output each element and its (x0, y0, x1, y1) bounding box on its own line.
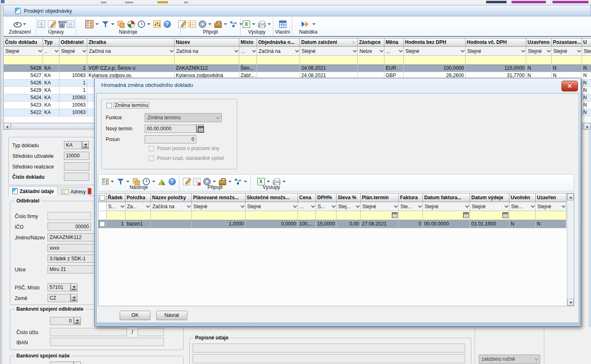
header-cell[interactable]: Položka (125, 193, 151, 202)
filter-dropdown[interactable]: S... (107, 202, 125, 211)
posun-pracovni-dny-checkbox[interactable] (149, 146, 154, 151)
dropdown-arrow-icon[interactable] (95, 23, 99, 25)
header-cell[interactable]: Odběratel (59, 39, 87, 47)
search-cell[interactable] (4, 56, 43, 65)
header-cell[interactable]: Název položky (151, 193, 192, 202)
filter-dropdown[interactable]: ... (298, 202, 316, 211)
dropdown-arrow-icon[interactable] (228, 181, 232, 182)
scroll-down-button[interactable] (567, 299, 574, 306)
cell[interactable]: 10063 (59, 102, 87, 109)
typ-dokladu-field[interactable]: KA (64, 141, 82, 149)
filter-dropdown[interactable]: Nelze (358, 47, 384, 56)
cell[interactable]: N (509, 220, 536, 228)
lookup-button[interactable] (74, 362, 81, 364)
header-cell[interactable]: Typ (43, 39, 59, 47)
search-cell[interactable] (361, 211, 399, 220)
posun-vzad-checkbox[interactable] (149, 156, 154, 161)
zeme-field[interactable]: CZ (48, 294, 70, 302)
search-cell[interactable] (151, 211, 192, 220)
cell[interactable]: 1,0000 (192, 220, 245, 228)
lookup-button[interactable] (82, 141, 89, 149)
search-cell[interactable] (336, 211, 361, 220)
header-cell[interactable]: Cena (298, 193, 316, 202)
cell[interactable]: N (582, 65, 591, 72)
workflow-icon[interactable] (230, 20, 237, 28)
ico-field[interactable]: 00000 (48, 223, 91, 231)
scroll-up-button[interactable] (567, 193, 574, 200)
header-cell[interactable]: Plán.termín (361, 193, 399, 202)
cell[interactable]: KA (43, 80, 59, 86)
dropdown-arrow-icon[interactable] (111, 23, 114, 25)
cell[interactable] (151, 220, 192, 228)
header-cell[interactable]: Datum založení↑ (300, 39, 358, 47)
header-cell[interactable]: Sleva % (336, 193, 361, 202)
header-cell[interactable]: Hodnota vč. DPH (466, 39, 526, 47)
search-cell[interactable] (43, 56, 59, 65)
search-cell[interactable] (192, 211, 245, 220)
header-cell[interactable]: Faktura (399, 193, 423, 202)
tab-zakladni-udaje[interactable]: Základní údaje (8, 186, 58, 196)
dropdown-arrow-icon[interactable] (111, 181, 114, 182)
filter-dropdown[interactable]: Začíná na (151, 202, 192, 211)
filter-dropdown[interactable]: Stejné (423, 202, 470, 211)
cell[interactable]: 10063 (59, 109, 87, 116)
lookup-button[interactable] (70, 283, 77, 291)
tab-adresy[interactable]: Adresy (57, 187, 90, 196)
search-cell[interactable] (552, 56, 582, 65)
cell[interactable]: 00.00.0000 (423, 220, 470, 228)
cell[interactable]: 24.08.2021 (300, 65, 358, 72)
header-cell[interactable]: Měna (384, 39, 404, 47)
header-cell[interactable]: Řádek (107, 193, 125, 202)
filter-dropdown[interactable]: Stejné (4, 47, 43, 56)
search-cell[interactable] (125, 211, 151, 220)
cell[interactable]: EUR (384, 65, 404, 72)
popisne-line1-field[interactable] (193, 344, 465, 353)
filter-dropdown[interactable]: Stejné (552, 47, 582, 56)
cell[interactable]: 100,... (298, 220, 316, 228)
calendar-icon[interactable] (463, 212, 469, 218)
search-cell[interactable] (316, 211, 336, 220)
zalozeno-rucne-dropdown[interactable]: založeno ručně (479, 355, 540, 364)
cell[interactable]: 5424 (4, 94, 43, 101)
history-icon[interactable] (138, 20, 145, 28)
header-cell[interactable]: Datum faktura... (423, 193, 470, 202)
lookup-button[interactable] (74, 317, 81, 325)
novy-termin-field[interactable]: 00.00.0000 (145, 125, 196, 133)
dropdown-arrow-icon[interactable] (213, 181, 216, 182)
cell[interactable]: N (582, 94, 591, 101)
zmena-terminu-checkbox[interactable] (107, 103, 112, 108)
filter-dropdown[interactable]: S... (316, 202, 336, 211)
header-cell[interactable]: Zástupce (358, 39, 384, 47)
header-cell[interactable]: DPH% (316, 193, 336, 202)
header-cell[interactable]: Pozastave... (552, 39, 582, 47)
bank-index-field[interactable]: 0 (50, 317, 74, 325)
calendar-icon[interactable] (502, 212, 508, 218)
filter-dropdown[interactable]: Ste... (399, 202, 423, 211)
search-cell[interactable] (582, 56, 591, 65)
cell[interactable]: N (526, 65, 552, 72)
dropdown-arrow-icon[interactable] (23, 23, 26, 25)
cell[interactable]: KA (43, 102, 59, 109)
cislo-uctu-field[interactable] (50, 328, 127, 336)
cislo-dokladu-field[interactable] (64, 173, 89, 181)
dropdown-arrow-icon[interactable] (208, 23, 211, 25)
cd-icon[interactable] (199, 20, 206, 28)
search-cell[interactable] (404, 56, 466, 65)
dropdown-arrow-icon[interactable] (267, 181, 270, 182)
stredisko-uzivatele-field[interactable]: 10000 (64, 152, 89, 160)
cell[interactable]: Šen... (239, 65, 257, 72)
lookup-button[interactable] (70, 294, 77, 302)
dropdown-arrow-icon[interactable] (252, 23, 255, 25)
delete-icon[interactable] (59, 22, 65, 28)
cell[interactable]: 1 (59, 87, 87, 94)
search-cell[interactable] (107, 211, 125, 220)
search-cell[interactable] (87, 56, 175, 65)
filter-dropdown[interactable]: Stejné (245, 202, 298, 211)
printer-icon[interactable] (258, 23, 266, 27)
cell[interactable]: 115,0000 (466, 65, 526, 72)
dropdown-arrow-icon[interactable] (268, 23, 271, 25)
cell[interactable]: KA (43, 65, 59, 72)
filter-dropdown[interactable]: ... (239, 47, 257, 56)
header-cell[interactable]: U (582, 39, 591, 47)
filter-icon[interactable] (102, 20, 109, 28)
